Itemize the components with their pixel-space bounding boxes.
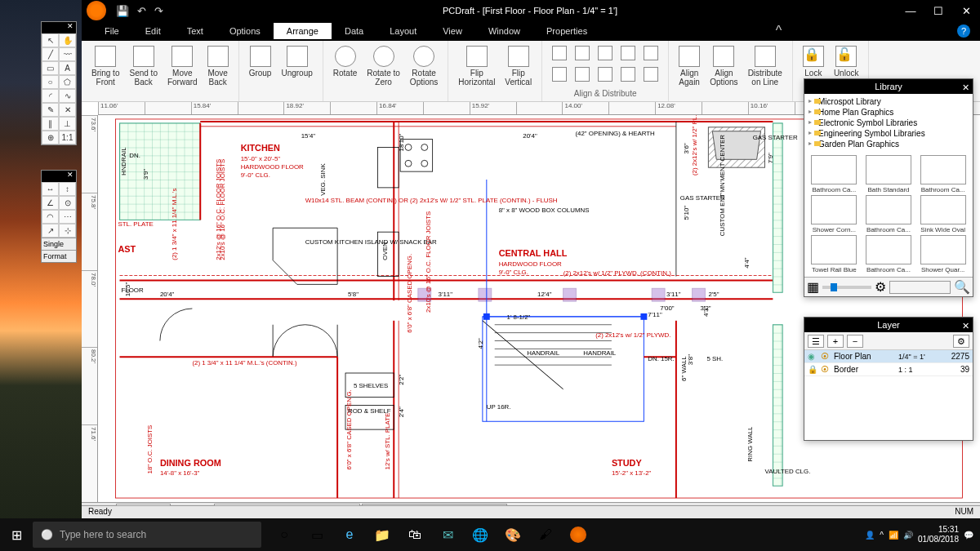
align-left-button[interactable] [549,44,570,64]
help-icon[interactable]: ? [957,24,970,38]
library-item[interactable]: Bathroom Ca... [862,235,915,273]
dim-radius[interactable]: ⊙ [59,196,76,210]
tool-parallel[interactable]: ∥ [42,117,59,131]
menu-data[interactable]: Data [332,23,376,39]
library-item[interactable]: Shower Quar... [916,235,969,273]
align-center-button[interactable] [572,44,593,64]
layer-add-button[interactable]: + [827,335,844,348]
dim-vert[interactable]: ↕ [59,182,76,196]
visibility-icon[interactable]: ◉ [808,352,817,361]
app1-icon[interactable]: 🎨 [497,518,529,551]
lib-search-input[interactable] [889,281,951,294]
library-item[interactable]: Towel Rail Blue [808,235,861,273]
lock-button[interactable]: 🔒Lock [800,44,827,79]
lib-gear-icon[interactable]: ⚙ [875,279,886,295]
flip-h-button[interactable]: Flip Horizontal [455,44,498,88]
minimize-button[interactable]: — [897,5,924,17]
lib-folder[interactable]: Garden Plan Graphics [807,139,970,149]
library-close-icon[interactable]: ✕ [962,80,969,95]
library-item[interactable]: Shower Corn... [808,195,861,233]
tray-network-icon[interactable]: 📶 [889,531,898,540]
flip-v-button[interactable]: Flip Vertical [501,44,535,88]
layer-close-icon[interactable]: ✕ [962,318,969,333]
tool-text[interactable]: A [59,61,76,75]
rotate-zero-button[interactable]: Rotate to Zero [363,44,403,88]
menu-edit[interactable]: Edit [132,23,174,39]
close-button[interactable]: ✕ [952,5,980,17]
tool-marker[interactable]: ⊕ [42,131,59,144]
lib-size-slider[interactable] [822,286,871,289]
lib-folder[interactable]: Engineering Symbol Libraries [807,128,970,139]
menu-layout[interactable]: Layout [376,23,430,39]
tool-freehand[interactable]: ✎ [42,103,59,117]
library-item[interactable]: Bathroom Ca... [808,155,861,193]
layer-merge-button[interactable]: ☰ [808,335,824,348]
tool-palette-main[interactable]: ✕ ↖✋ ╱〰 ▭A ○⬠ ◜∿ ✎✕ ∥⊥ ⊕1:1 [41,21,77,145]
lib-view-icon[interactable]: ▦ [807,279,819,295]
align-again-button[interactable]: Align Again [675,44,703,88]
tray-notifications-icon[interactable]: 💬 [964,531,973,540]
dist-3-button[interactable] [617,65,639,85]
library-item[interactable]: Bathroom Ca... [916,155,969,193]
explorer-icon[interactable]: 📁 [366,518,399,551]
pcdraft-taskbar-icon[interactable] [562,518,595,551]
cortana-icon[interactable]: ○ [268,518,301,551]
qat-redo-icon[interactable]: ↷ [154,5,163,17]
store-icon[interactable]: 🛍 [399,518,431,551]
align-middle-button[interactable] [640,44,662,64]
tray-volume-icon[interactable]: 🔊 [903,531,913,540]
palette-format[interactable]: Format [42,250,76,262]
layer-row[interactable]: 🔒 ⦿ Border 1 : 1 39 [804,363,973,376]
tool-curve[interactable]: ∿ [59,89,76,103]
app-icon[interactable] [87,1,106,20]
menu-arrange[interactable]: Arrange [274,23,332,39]
qat-save-icon[interactable]: 💾 [116,5,129,17]
bring-to-front-button[interactable]: Bring to Front [88,44,122,88]
unlock-button[interactable]: 🔓Unlock [831,44,862,79]
dim-chain[interactable]: ⋯ [59,210,76,224]
qat-undo-icon[interactable]: ↶ [137,5,146,17]
tool-rect[interactable]: ▭ [42,61,59,75]
rotate-button[interactable]: Rotate [330,44,360,88]
tool-x[interactable]: ✕ [59,103,76,117]
lib-search-icon[interactable]: 🔍 [954,279,970,295]
dim-coord[interactable]: ⊹ [59,224,76,238]
lock-icon[interactable]: 🔒 [808,365,817,374]
align-options-button[interactable]: Align Options [706,44,741,88]
tool-polyline[interactable]: 〰 [59,47,76,61]
tray-up-icon[interactable]: ^ [880,531,884,540]
tool-palette-dims[interactable]: ✕ ↔↕ ∠⊙ ◠⋯ ↗⊹ Single Format [41,170,77,263]
tool-polygon[interactable]: ⬠ [59,75,76,89]
library-item[interactable]: Sink Wide Oval [916,195,969,233]
library-item[interactable]: Bath Standard [862,155,915,193]
layer-options-button[interactable]: ⚙ [953,335,969,348]
lib-folder[interactable]: Electronic Symbol Libraries [807,118,970,128]
mail-icon[interactable]: ✉ [431,518,464,551]
move-forward-button[interactable]: Move Forward [164,44,201,88]
edge-icon[interactable]: e [333,518,366,551]
layer-row[interactable]: ◉ ⦿ Floor Plan 1/4" = 1' 2275 [804,350,973,363]
dist-v-button[interactable] [595,65,616,85]
move-back-button[interactable]: Move Back [204,44,232,88]
taskview-icon[interactable]: ▭ [301,518,333,551]
align-top-button[interactable] [617,44,639,64]
layer-panel[interactable]: Layer✕ ☰ + − ⚙ ◉ ⦿ Floor Plan 1/4" = 1' … [804,317,973,441]
dim-leader[interactable]: ↗ [42,224,59,238]
menu-properties[interactable]: Properties [533,23,600,39]
start-button[interactable]: ⊞ [0,518,33,551]
tool-pointer[interactable]: ↖ [42,33,59,47]
library-tree[interactable]: Microspot Library Home Plan Graphics Ele… [804,94,973,152]
library-item[interactable]: Bathroom Ca... [862,195,915,233]
library-panel[interactable]: Library✕ Microspot Library Home Plan Gra… [804,78,973,297]
tool-circle[interactable]: ○ [42,75,59,89]
dim-arc[interactable]: ◠ [42,210,59,224]
app2-icon[interactable]: 🖌 [529,518,562,551]
menu-view[interactable]: View [430,23,475,39]
align-right-button[interactable] [595,44,616,64]
send-to-back-button[interactable]: Send to Back [126,44,160,88]
tray-people-icon[interactable]: 👤 [865,531,875,540]
maximize-button[interactable]: ☐ [924,5,952,17]
dim-horiz[interactable]: ↔ [42,182,59,196]
menu-window[interactable]: Window [475,23,533,39]
group-button[interactable]: Group [246,44,275,79]
